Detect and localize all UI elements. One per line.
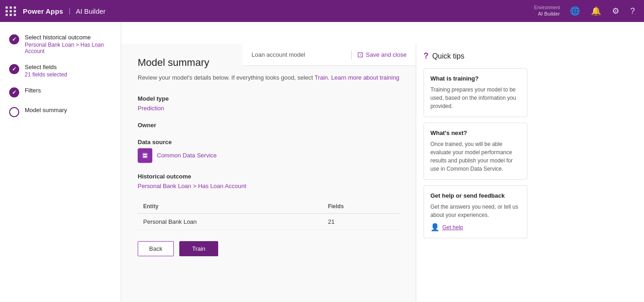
tips-header: ? Quick tips xyxy=(424,51,527,61)
page-description: Review your model's details below. If ev… xyxy=(138,73,399,82)
tip-card-2-body: Once trained, you will be able evaluate … xyxy=(430,140,521,173)
gear-icon[interactable]: ⚙ xyxy=(612,6,619,16)
train-button[interactable]: Train xyxy=(179,241,218,256)
main-layout: ✓ Select historical outcome Personal Ban… xyxy=(0,22,644,302)
app-name: Power Apps xyxy=(23,7,63,15)
learn-more-link[interactable]: Learn more about training xyxy=(331,74,399,81)
step2-title: Select fields xyxy=(25,64,67,70)
step1-title: Select historical outcome xyxy=(25,34,104,41)
nav-separator: | xyxy=(69,7,70,15)
model-type-label: Model type xyxy=(138,95,399,102)
main-area: Model summary Review your model's detail… xyxy=(121,44,416,302)
apps-grid-icon[interactable] xyxy=(5,6,16,16)
environment-icon[interactable]: 🌐 xyxy=(570,6,580,16)
tip-card-feedback: Get help or send feedback Get the answer… xyxy=(424,185,527,238)
tip-card-training: What is training? Training prepares your… xyxy=(424,68,527,117)
data-source-icon xyxy=(138,148,152,163)
step2-sub: 21 fields selected xyxy=(25,71,67,78)
svg-rect-0 xyxy=(142,153,148,158)
step4-title: Model summary xyxy=(25,107,67,113)
step2-circle: ✓ xyxy=(9,64,19,74)
data-source-label: Data source xyxy=(138,139,399,146)
button-row: Back Train xyxy=(138,241,399,256)
data-source-value: Common Data Service xyxy=(157,152,217,159)
tip-card-3-body: Get the answers you need, or tell us abo… xyxy=(430,203,521,219)
save-close-button[interactable]: ⊡ Save and close xyxy=(357,50,407,59)
col-entity: Entity xyxy=(138,200,322,214)
svg-rect-1 xyxy=(143,154,147,155)
svg-rect-2 xyxy=(143,156,147,157)
tip-card-whats-next: What's next? Once trained, you will be a… xyxy=(424,123,527,180)
step1-circle: ✓ xyxy=(9,34,19,44)
step1-sub: Personal Bank Loan > Has Loan xyxy=(25,42,104,48)
tip-card-1-body: Training prepares your model to be used,… xyxy=(430,86,521,110)
topnav: Power Apps | AI Builder Environment AI B… xyxy=(0,0,644,22)
middle-section: Loan account model ⊡ Save and close Mode… xyxy=(121,22,416,302)
data-source-section: Data source Common Data Service xyxy=(138,139,399,163)
tip-card-3-title: Get help or send feedback xyxy=(430,192,521,199)
help-icon[interactable]: ? xyxy=(630,6,635,16)
step3-title: Filters xyxy=(25,87,41,94)
header-divider xyxy=(351,50,352,59)
step1-sub2: Account xyxy=(25,48,104,54)
tips-title: Quick tips xyxy=(432,52,464,60)
save-label: Save and close xyxy=(366,51,407,58)
owner-label: Owner xyxy=(138,122,399,129)
save-icon: ⊡ xyxy=(357,50,363,59)
get-help-icon: 👤 xyxy=(430,223,440,232)
sidebar: ✓ Select historical outcome Personal Ban… xyxy=(0,22,121,302)
step4-circle xyxy=(9,107,19,117)
right-panel: ? Quick tips What is training? Training … xyxy=(416,44,535,302)
col-fields: Fields xyxy=(322,200,399,214)
content-wrapper: Model summary Review your model's detail… xyxy=(121,44,416,275)
bell-icon[interactable]: 🔔 xyxy=(591,6,601,16)
table-cell-entity: Personal Bank Loan xyxy=(138,213,322,230)
owner-section: Owner xyxy=(138,122,399,129)
sidebar-item-filters[interactable]: ✓ Filters xyxy=(0,82,121,102)
tips-question-icon: ? xyxy=(424,51,429,61)
tip-card-1-title: What is training? xyxy=(430,75,521,82)
train-link[interactable]: Train xyxy=(315,74,328,81)
historical-outcome-section: Historical outcome Personal Bank Loan > … xyxy=(138,173,399,189)
table-row: Personal Bank Loan21 xyxy=(138,213,399,230)
historical-outcome-value: Personal Bank Loan > Has Loan Account xyxy=(138,183,399,189)
tip-card-2-title: What's next? xyxy=(430,129,521,136)
step3-circle: ✓ xyxy=(9,87,19,97)
sidebar-item-select-fields[interactable]: ✓ Select fields 21 fields selected xyxy=(0,59,121,82)
historical-outcome-label: Historical outcome xyxy=(138,173,399,180)
entity-table: Entity Fields Personal Bank Loan21 xyxy=(138,200,399,230)
table-cell-fields: 21 xyxy=(322,213,399,230)
content-layout: Loan account model ⊡ Save and close Mode… xyxy=(121,22,535,302)
environment-info: Environment AI Builder xyxy=(534,5,560,17)
back-button[interactable]: Back xyxy=(138,241,174,256)
model-name-label: Loan account model xyxy=(252,51,305,58)
sidebar-item-model-summary[interactable]: Model summary xyxy=(0,102,121,122)
get-help-link[interactable]: Get help xyxy=(442,224,463,231)
model-type-section: Model type Prediction xyxy=(138,95,399,112)
product-name: AI Builder xyxy=(76,7,106,15)
sidebar-item-select-outcome[interactable]: ✓ Select historical outcome Personal Ban… xyxy=(0,29,121,59)
model-type-value: Prediction xyxy=(138,105,399,112)
header-bar: Loan account model ⊡ Save and close xyxy=(242,44,416,66)
